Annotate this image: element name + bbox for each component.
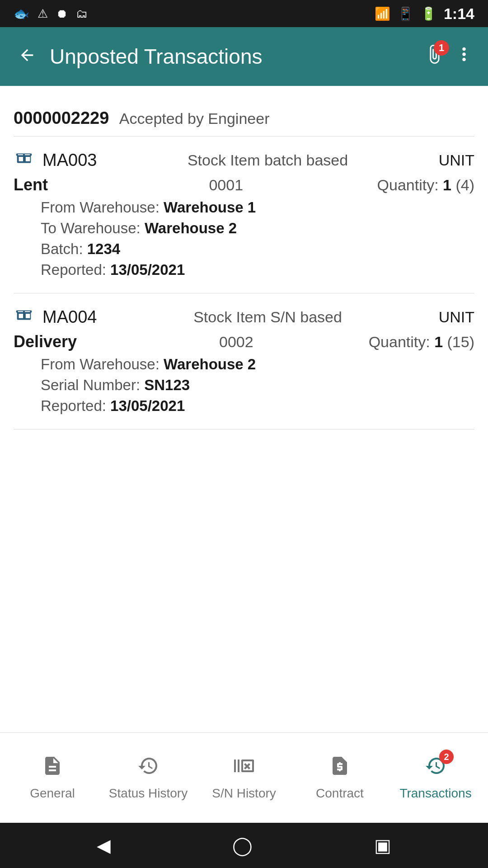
serial-number-2: Serial Number: SN123 xyxy=(14,377,474,394)
item-quantity-2: Quantity: 1 (15) xyxy=(369,333,474,351)
bottom-navigation: General Status History S/N History Contr… xyxy=(0,732,488,823)
recents-android-button[interactable]: ▣ xyxy=(374,835,391,856)
sn-history-label: S/N History xyxy=(212,786,276,801)
general-icon xyxy=(42,755,63,782)
nav-item-sn-history[interactable]: S/N History xyxy=(196,746,292,810)
item-description-1: Stock Item batch based xyxy=(97,151,438,169)
reported-value-2: 13/05/2021 xyxy=(110,397,185,414)
quantity-value-1: 1 xyxy=(443,176,451,193)
time-display: 1:14 xyxy=(444,5,474,23)
transactions-label: Transactions xyxy=(399,786,471,801)
transaction2-row2: Delivery 0002 Quantity: 1 (15) xyxy=(14,332,474,351)
document-status: Accepted by Engineer xyxy=(119,110,270,127)
batch-value-1: 1234 xyxy=(87,241,120,257)
item-code-1: MA003 xyxy=(42,151,97,170)
app-bar: Unposted Transactions 1 xyxy=(0,27,488,86)
transaction-row2: Lent 0001 Quantity: 1 (4) xyxy=(14,175,474,194)
document-header: 0000002229 Accepted by Engineer xyxy=(14,99,474,137)
android-nav-bar: ◀ ◯ ▣ xyxy=(0,823,488,868)
wifi-icon: 📶 xyxy=(375,6,390,21)
box-icon-2 xyxy=(14,304,34,330)
attachment-button[interactable]: 1 xyxy=(424,44,445,70)
battery-icon: 🔋 xyxy=(421,6,436,21)
item-quantity-1: Quantity: 1 (4) xyxy=(377,176,474,194)
back-android-button[interactable]: ◀ xyxy=(97,835,111,856)
transactions-badge: 2 xyxy=(439,750,454,764)
from-warehouse-2: From Warehouse: Warehouse 2 xyxy=(14,356,474,373)
transaction-item-2[interactable]: MA004 Stock Item S/N based UNIT Delivery… xyxy=(14,293,474,429)
from-warehouse-label-1: From Warehouse: xyxy=(41,199,160,216)
home-android-button[interactable]: ◯ xyxy=(232,835,253,856)
sn-history-icon xyxy=(233,755,255,782)
app-bar-actions: 1 xyxy=(424,44,474,70)
main-content: 0000002229 Accepted by Engineer MA003 St… xyxy=(0,86,488,778)
item-description-2: Stock Item S/N based xyxy=(97,308,438,326)
batch-1: Batch: 1234 xyxy=(14,241,474,258)
from-warehouse-1: From Warehouse: Warehouse 1 xyxy=(14,199,474,216)
to-warehouse-value-1: Warehouse 2 xyxy=(145,220,237,236)
status-history-label: Status History xyxy=(109,786,188,801)
status-bar-right-icons: 📶 📱 🔋 1:14 xyxy=(375,5,474,23)
item-num-2: 0002 xyxy=(77,333,369,351)
record-icon: ⏺ xyxy=(56,7,68,21)
nav-item-transactions[interactable]: 2 Transactions xyxy=(388,746,483,810)
item-type-2: Delivery xyxy=(14,332,77,351)
sd-card-icon: 🗂 xyxy=(76,7,88,21)
item-num-1: 0001 xyxy=(48,176,377,194)
serial-number-label-2: Serial Number: xyxy=(41,377,140,393)
transaction-row1: MA003 Stock Item batch based UNIT xyxy=(14,147,474,173)
item-unit-1: UNIT xyxy=(439,151,474,169)
nav-item-status-history[interactable]: Status History xyxy=(100,746,196,810)
general-label: General xyxy=(30,786,75,801)
serial-number-value-2: SN123 xyxy=(144,377,190,393)
batch-label-1: Batch: xyxy=(41,241,83,257)
transactions-badge-wrap: 2 xyxy=(425,755,446,782)
item-type-1: Lent xyxy=(14,175,48,194)
item-code-wrap-2: MA004 xyxy=(14,304,97,330)
transaction2-row1: MA004 Stock Item S/N based UNIT xyxy=(14,304,474,330)
item-code-wrap: MA003 xyxy=(14,147,97,173)
quantity-total-1: (4) xyxy=(451,176,474,193)
reported-1: Reported: 13/05/2021 xyxy=(14,261,474,278)
status-bar: 🐟 ⚠ ⏺ 🗂 📶 📱 🔋 1:14 xyxy=(0,0,488,27)
reported-label-2: Reported: xyxy=(41,397,106,414)
nav-item-contract[interactable]: Contract xyxy=(292,746,388,810)
reported-2: Reported: 13/05/2021 xyxy=(14,397,474,415)
reported-label-1: Reported: xyxy=(41,261,106,278)
quantity-label-2: Quantity: xyxy=(369,333,435,350)
reported-value-1: 13/05/2021 xyxy=(110,261,185,278)
from-warehouse-value-2: Warehouse 2 xyxy=(164,356,256,373)
back-button[interactable] xyxy=(14,40,41,74)
status-bar-left-icons: 🐟 ⚠ ⏺ 🗂 xyxy=(14,6,88,21)
from-warehouse-value-1: Warehouse 1 xyxy=(164,199,256,216)
attachment-badge: 1 xyxy=(434,40,449,56)
item-unit-2: UNIT xyxy=(439,308,474,326)
contract-label: Contract xyxy=(316,786,364,801)
quantity-total-2: (15) xyxy=(443,333,474,350)
box-icon-1 xyxy=(14,147,34,173)
fish-icon: 🐟 xyxy=(14,6,29,21)
more-options-button[interactable] xyxy=(454,44,474,70)
to-warehouse-label-1: To Warehouse: xyxy=(41,220,141,236)
quantity-label-1: Quantity: xyxy=(377,176,443,193)
warning-icon: ⚠ xyxy=(38,7,48,21)
signal-icon: 📱 xyxy=(398,6,413,21)
quantity-value-2: 1 xyxy=(434,333,443,350)
nav-item-general[interactable]: General xyxy=(5,746,100,810)
to-warehouse-1: To Warehouse: Warehouse 2 xyxy=(14,220,474,237)
history-icon xyxy=(137,755,159,782)
transaction-item-1[interactable]: MA003 Stock Item batch based UNIT Lent 0… xyxy=(14,137,474,293)
page-title: Unposted Transactions xyxy=(50,44,415,69)
document-id: 0000002229 xyxy=(14,108,109,127)
from-warehouse-label-2: From Warehouse: xyxy=(41,356,160,373)
contract-icon xyxy=(329,755,351,782)
item-code-2: MA004 xyxy=(42,307,97,327)
